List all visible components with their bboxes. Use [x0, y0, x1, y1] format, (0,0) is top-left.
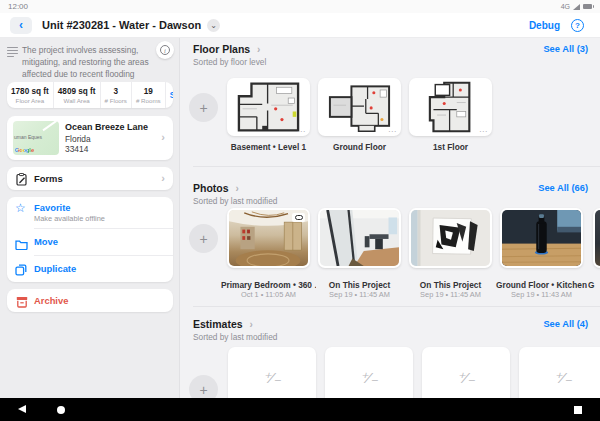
move-button[interactable]: Move [7, 229, 173, 255]
floor-plan-drawing [321, 81, 398, 133]
android-nav-bar [0, 398, 600, 421]
photo-card-project-2[interactable] [409, 208, 492, 268]
photos-subtitle: Sorted by last modified [193, 196, 277, 206]
plus-icon: + [199, 382, 207, 398]
photo-date: Sep 19 • 11:45 AM [403, 290, 498, 299]
chevron-down-icon: ⌄ [210, 21, 217, 30]
address-line1: Ocean Breeze Lane [65, 122, 148, 132]
info-button[interactable]: i [156, 41, 174, 59]
signal-icon [573, 4, 580, 10]
chevron-right-icon: › [257, 44, 260, 55]
duplicate-button[interactable]: Duplicate [7, 256, 173, 282]
photo-card-primary-bedroom[interactable] [227, 208, 310, 268]
stat-rooms: 19 # Rooms [132, 82, 166, 108]
address-line2: Florida [65, 134, 91, 144]
folder-icon [15, 236, 28, 254]
add-photo-button[interactable]: + [189, 224, 218, 253]
page-title: Unit #230281 - Water - Dawson [42, 19, 201, 31]
plus-minus-icon: ⁺⁄₋ [360, 369, 378, 387]
floor-plan-card-ground[interactable]: ⋯ [318, 78, 401, 136]
archive-label: Archive [34, 295, 68, 306]
main-content: Floor Plans › See All (3) Sorted by floo… [180, 38, 600, 398]
nav-home-button[interactable] [57, 406, 65, 414]
debug-button[interactable]: Debug [529, 20, 560, 31]
duplicate-label: Duplicate [34, 263, 76, 274]
more-options-button[interactable]: ⋯ [297, 127, 306, 136]
floor-plans-header[interactable]: Floor Plans › [193, 43, 260, 55]
chevron-right-icon: › [161, 172, 165, 184]
photo-thumbnail [502, 210, 581, 266]
more-options-button[interactable]: ⋯ [479, 127, 488, 136]
status-bar: 12:00 4G [0, 0, 600, 13]
chevron-right-icon: › [161, 131, 165, 143]
chevron-right-icon: › [236, 183, 239, 194]
info-icon: i [160, 45, 170, 55]
photo-thumbnail [229, 210, 308, 266]
forms-label: Forms [34, 173, 63, 184]
estimates-see-all[interactable]: See All (4) [543, 319, 588, 329]
stat-wall-area: 4809 sq ft Wall Area [54, 82, 101, 108]
floor-plan-drawing [230, 81, 307, 133]
favorite-label: Favorite [34, 202, 70, 213]
description-icon [7, 47, 18, 59]
map-road [42, 121, 59, 131]
estimate-card[interactable]: ⁺⁄₋ [228, 347, 316, 398]
address-line3: 33414 [65, 144, 88, 154]
move-label: Move [34, 236, 58, 247]
floor-plan-label: 1st Floor [403, 142, 498, 152]
network-label: 4G [561, 3, 570, 10]
estimates-subtitle: Sorted by last modified [193, 332, 277, 342]
photo-card-partial[interactable] [593, 208, 600, 268]
estimate-card[interactable]: ⁺⁄₋ [422, 347, 510, 398]
add-estimate-button[interactable]: + [189, 375, 218, 398]
estimate-card[interactable]: ⁺⁄₋ [519, 347, 600, 398]
nav-back-button[interactable] [18, 405, 26, 413]
photos-header[interactable]: Photos › [193, 182, 239, 194]
actions-card: ☆ Favorite Make available offline Move D… [7, 197, 173, 282]
app-screen: 12:00 4G ‹ Unit #230281 - Water - Dawson… [0, 0, 600, 421]
photo-label: Ground Floor • Kitchen [494, 280, 589, 290]
estimate-card[interactable]: ⁺⁄₋ [325, 347, 413, 398]
plus-minus-icon: ⁺⁄₋ [554, 369, 572, 387]
section-divider [193, 166, 600, 167]
map-thumbnail[interactable]: uman Eques Google [13, 121, 59, 155]
photo-thumbnail [411, 210, 490, 266]
star-icon: ☆ [15, 201, 26, 215]
clock: 12:00 [8, 2, 28, 11]
favorite-button[interactable]: ☆ Favorite Make available offline [7, 197, 173, 228]
stat-floors: 3 # Floors [101, 82, 132, 108]
photos-see-all[interactable]: See All (66) [538, 183, 588, 193]
copy-icon [15, 262, 27, 280]
floor-plans-see-all[interactable]: See All (3) [543, 44, 588, 54]
stat-floor-area: 1780 sq ft Floor Area [7, 82, 54, 108]
floor-plan-card-first[interactable]: ⋯ [409, 78, 492, 136]
estimates-header[interactable]: Estimates › [193, 318, 253, 330]
photo-thumbnail [320, 210, 399, 266]
forms-button[interactable]: Forms › [7, 167, 173, 190]
back-button[interactable]: ‹ [10, 17, 32, 34]
section-divider [193, 306, 600, 307]
address-card[interactable]: uman Eques Google Ocean Breeze Lane Flor… [7, 116, 173, 160]
sidebar: The project involves assessing, mitigati… [0, 38, 180, 398]
floor-plan-label: Basement • Level 1 [221, 142, 316, 152]
floor-plan-card-basement[interactable]: ⋯ [227, 78, 310, 136]
project-stats-bar[interactable]: 1780 sq ft Floor Area 4809 sq ft Wall Ar… [7, 82, 173, 108]
photo-card-project-1[interactable] [318, 208, 401, 268]
archive-button[interactable]: Archive [7, 289, 173, 312]
photo-thumbnail [595, 210, 600, 266]
photo-label: On This Project [403, 280, 498, 290]
photo-card-kitchen[interactable] [500, 208, 583, 268]
photo-label: Primary Bedroom • 360 … [221, 280, 316, 290]
floor-plan-drawing [412, 81, 489, 133]
help-button[interactable]: ? [571, 19, 584, 32]
more-options-button[interactable]: ⋯ [388, 127, 397, 136]
photo-label: On This Project [312, 280, 407, 290]
nav-overview-button[interactable] [574, 406, 582, 414]
title-expand-button[interactable]: ⌄ [207, 19, 220, 32]
photo-label: G [588, 280, 600, 290]
add-floor-plan-button[interactable]: + [189, 93, 218, 122]
photo-date: Sep 19 • 11:43 AM [494, 290, 589, 299]
clipboard-icon [16, 172, 28, 190]
stats-overflow-text: Se [166, 82, 173, 108]
archive-box-icon [16, 294, 28, 312]
